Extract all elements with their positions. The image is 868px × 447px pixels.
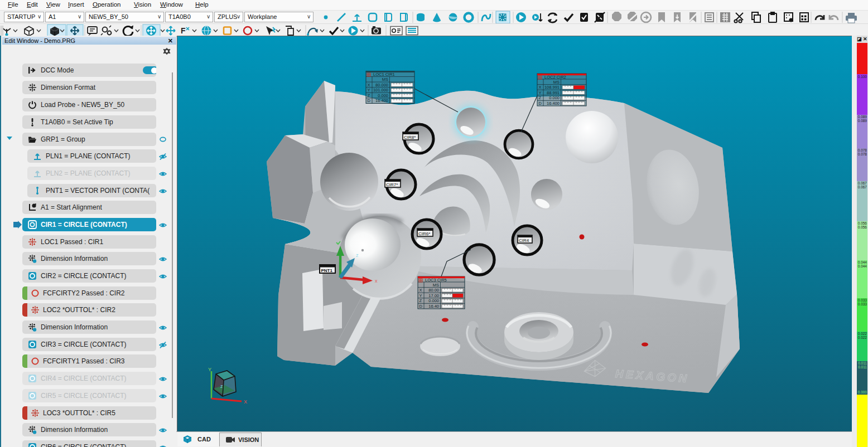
- svg-text:CIR7*: CIR7*: [386, 182, 398, 187]
- svg-text:101.000: 101.000: [373, 88, 388, 93]
- svg-text:16.400: 16.400: [547, 101, 560, 106]
- svg-text:x: x: [375, 278, 378, 284]
- svg-text:LOC2 CIR2: LOC2 CIR2: [544, 75, 566, 80]
- svg-text:Z: Z: [539, 95, 542, 100]
- svg-text:108.991: 108.991: [544, 85, 560, 90]
- svg-text:LOC3 CIR5: LOC3 CIR5: [425, 278, 447, 283]
- svg-text:X: X: [419, 288, 422, 293]
- svg-text:16.40: 16.40: [428, 304, 439, 309]
- svg-text:Y: Y: [208, 367, 211, 372]
- svg-text:X: X: [539, 85, 542, 90]
- svg-text:X: X: [368, 82, 370, 88]
- svg-text:D: D: [419, 304, 423, 309]
- svg-text:16.400: 16.400: [375, 98, 388, 103]
- svg-text:Y: Y: [539, 90, 542, 95]
- svg-text:D: D: [368, 98, 371, 103]
- svg-text:D: D: [539, 101, 542, 106]
- svg-text:CIR4: CIR4: [519, 238, 529, 243]
- svg-text:LOC1 CIR1: LOC1 CIR1: [373, 72, 395, 77]
- svg-text:0.000: 0.000: [428, 298, 439, 303]
- svg-text:Z: Z: [419, 298, 422, 303]
- svg-text:F: F: [181, 26, 186, 35]
- svg-text:X: X: [244, 399, 247, 405]
- svg-text:CIR6*: CIR6*: [418, 231, 430, 236]
- svg-text:MS: MS: [382, 77, 388, 82]
- svg-text:88.991: 88.991: [547, 90, 560, 95]
- svg-text:z: z: [356, 252, 359, 258]
- svg-text:0.000: 0.000: [378, 93, 388, 98]
- svg-text:PNT1: PNT1: [321, 268, 333, 273]
- svg-text:CIR8*: CIR8*: [404, 135, 416, 140]
- svg-text:80.00: 80.00: [428, 288, 439, 293]
- svg-text:80.000: 80.000: [375, 82, 388, 88]
- svg-text:Y: Y: [368, 88, 370, 93]
- svg-text:MS: MS: [433, 283, 439, 288]
- svg-text:MS: MS: [553, 80, 560, 85]
- svg-text:Z: Z: [368, 93, 370, 98]
- svg-text:Y: Y: [419, 293, 422, 298]
- svg-text:17.00: 17.00: [428, 293, 439, 298]
- svg-text:z: z: [220, 383, 223, 389]
- svg-text:0.000: 0.000: [549, 95, 560, 100]
